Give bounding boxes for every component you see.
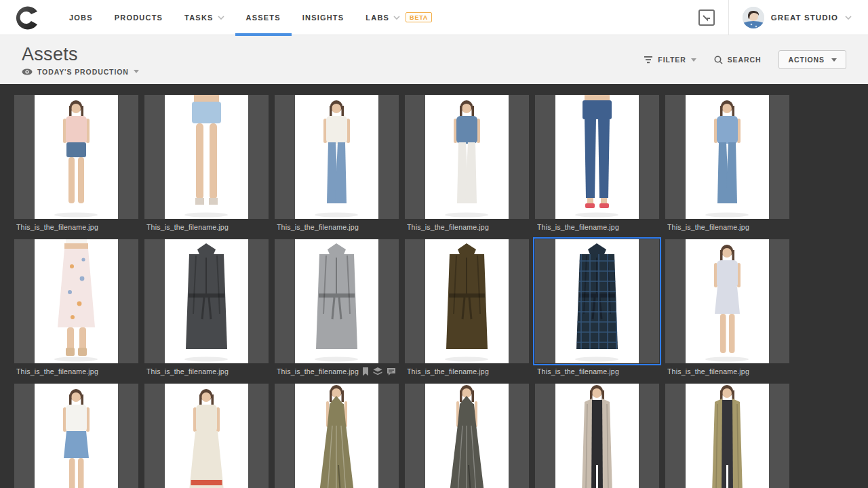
asset-photo-art: [35, 384, 118, 488]
asset-photo: [295, 239, 378, 363]
asset-thumbnail[interactable]: [665, 95, 789, 219]
asset-photo-art: [35, 95, 118, 219]
creative-force-c-logo[interactable]: [15, 5, 39, 30]
asset-thumbnail[interactable]: [275, 384, 399, 488]
filter-control[interactable]: FILTER: [644, 56, 696, 64]
asset-thumbnail[interactable]: [144, 384, 269, 488]
search-icon: [714, 56, 723, 64]
user-avatar: [743, 7, 764, 28]
asset-thumbnail[interactable]: [275, 95, 399, 219]
asset-thumbnail[interactable]: [405, 239, 529, 363]
scope-label: TODAY'S PRODUCTION: [37, 68, 129, 76]
asset-card[interactable]: This_is_the_filename.jpg: [535, 384, 659, 488]
nav-item-label: TASKS: [184, 14, 213, 22]
production-scope-dropdown[interactable]: TODAY'S PRODUCTION: [22, 68, 139, 76]
asset-thumbnail[interactable]: [665, 384, 789, 488]
asset-thumbnail[interactable]: [144, 95, 269, 219]
search-control[interactable]: SEARCH: [714, 56, 762, 64]
chevron-down-icon: [134, 70, 139, 73]
asset-filename: This_is_the_filename.jpg: [16, 223, 98, 231]
filter-icon: [644, 56, 653, 64]
asset-meta: This_is_the_filename.jpg: [665, 363, 789, 378]
asset-card[interactable]: This_is_the_filename.jpg: [14, 384, 138, 488]
chevron-down-icon: [393, 16, 400, 20]
asset-card[interactable]: This_is_the_filename.jpg: [665, 239, 789, 378]
asset-meta: This_is_the_filename.jpg: [144, 363, 269, 378]
nav-item-tasks[interactable]: TASKS: [174, 0, 235, 35]
asset-photo: [35, 239, 118, 363]
asset-thumbnail[interactable]: [275, 239, 399, 363]
asset-meta: This_is_the_filename.jpg: [535, 219, 659, 234]
asset-thumbnail-selected[interactable]: [535, 239, 659, 363]
asset-card[interactable]: This_is_the_filename.jpg: [14, 95, 138, 234]
page-title: Assets: [22, 44, 139, 65]
asset-photo-art: [35, 239, 118, 363]
nav-item-label: LABS: [366, 14, 389, 22]
asset-thumbnail[interactable]: [144, 239, 269, 363]
asset-photo-art: [295, 95, 378, 219]
asset-card[interactable]: This_is_the_filename.jpg: [535, 239, 659, 378]
asset-meta: This_is_the_filename.jpg: [535, 363, 659, 378]
asset-card[interactable]: This_is_the_filename.jpg: [275, 384, 399, 488]
asset-photo-art: [425, 239, 509, 363]
asset-card[interactable]: This_is_the_filename.jpg: [144, 239, 269, 378]
asset-card[interactable]: This_is_the_filename.jpg: [144, 384, 269, 488]
nav-item-insights[interactable]: INSIGHTS: [292, 0, 355, 35]
asset-meta: This_is_the_filename.jpg: [405, 363, 529, 378]
asset-card[interactable]: This_is_the_filename.jpg: [405, 384, 529, 488]
nav-item-jobs[interactable]: JOBS: [58, 0, 104, 35]
asset-thumbnail[interactable]: [665, 239, 789, 363]
account-menu[interactable]: GREAT STUDIO: [743, 7, 852, 28]
asset-card[interactable]: This_is_the_filename.jpg: [665, 95, 789, 234]
asset-thumbnail[interactable]: [535, 95, 659, 219]
asset-photo: [35, 95, 118, 219]
asset-filename: This_is_the_filename.jpg: [667, 223, 749, 231]
asset-card[interactable]: This_is_the_filename.jpg: [14, 239, 138, 378]
asset-filename: This_is_the_filename.jpg: [277, 367, 359, 375]
nav-item-label: PRODUCTS: [115, 14, 163, 22]
asset-card[interactable]: This_is_the_filename.jpg: [275, 95, 399, 234]
nav-item-products[interactable]: PRODUCTS: [104, 0, 174, 35]
asset-filename: This_is_the_filename.jpg: [537, 367, 619, 375]
asset-thumbnail[interactable]: [535, 384, 659, 488]
comment-icon[interactable]: [387, 367, 396, 375]
asset-photo: [555, 95, 639, 219]
asset-card[interactable]: This_is_the_filename.jpg: [405, 95, 529, 234]
asset-photo: [35, 384, 118, 488]
asset-card[interactable]: This_is_the_filename.jpg: [535, 95, 659, 234]
asset-photo-art: [425, 384, 509, 488]
nav-item-label: JOBS: [69, 14, 93, 22]
asset-card[interactable]: This_is_the_filename.jpg: [665, 384, 789, 488]
asset-photo: [165, 384, 248, 488]
asset-photo: [425, 384, 509, 488]
layers-icon[interactable]: [373, 367, 382, 375]
chevron-down-icon: [845, 16, 852, 20]
nav-item-assets[interactable]: ASSETS: [235, 0, 292, 35]
asset-card[interactable]: This_is_the_filename.jpg: [144, 95, 269, 234]
asset-photo-art: [295, 239, 378, 363]
filter-label: FILTER: [658, 56, 686, 64]
asset-photo: [425, 239, 509, 363]
asset-photo: [165, 239, 248, 363]
page-header: Assets TODAY'S PRODUCTION FILTER: [0, 35, 868, 84]
asset-thumbnail[interactable]: [14, 239, 138, 363]
asset-card[interactable]: This_is_the_filename.jpg: [405, 239, 529, 378]
image-review-button[interactable]: [698, 9, 715, 26]
image-review-icon: [702, 13, 711, 22]
asset-thumbnail[interactable]: [405, 384, 529, 488]
asset-photo-art: [555, 95, 639, 219]
nav-item-labs[interactable]: LABSBETA: [355, 0, 443, 35]
beta-badge: BETA: [406, 12, 432, 22]
asset-thumbnail[interactable]: [405, 95, 529, 219]
asset-card[interactable]: This_is_the_filename.jpg: [275, 239, 399, 378]
asset-thumbnail[interactable]: [14, 384, 138, 488]
asset-status-icons: [362, 367, 396, 376]
asset-meta: This_is_the_filename.jpg: [14, 219, 138, 234]
asset-photo-art: [555, 384, 639, 488]
chevron-down-icon: [218, 16, 224, 20]
asset-thumbnail[interactable]: [14, 95, 138, 219]
bookmark-icon[interactable]: [362, 367, 369, 376]
asset-photo: [165, 95, 248, 219]
actions-button[interactable]: ACTIONS: [778, 50, 846, 69]
asset-meta: This_is_the_filename.jpg: [144, 219, 269, 234]
